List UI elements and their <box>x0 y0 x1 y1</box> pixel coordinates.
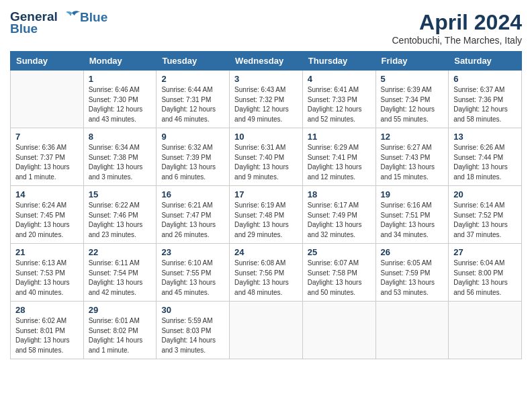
day-info: Sunrise: 6:01 AM Sunset: 8:02 PM Dayligh… <box>89 316 152 355</box>
calendar-cell: 2Sunrise: 6:44 AM Sunset: 7:31 PM Daylig… <box>157 71 230 128</box>
day-number: 23 <box>161 247 224 257</box>
day-info: Sunrise: 6:16 AM Sunset: 7:51 PM Dayligh… <box>381 201 444 240</box>
day-number: 18 <box>308 189 371 199</box>
day-info: Sunrise: 6:04 AM Sunset: 8:00 PM Dayligh… <box>453 259 517 298</box>
calendar-cell: 7Sunrise: 6:36 AM Sunset: 7:37 PM Daylig… <box>11 128 84 186</box>
day-number: 6 <box>453 74 517 84</box>
day-number: 16 <box>161 189 224 199</box>
day-info: Sunrise: 6:46 AM Sunset: 7:30 PM Dayligh… <box>89 85 152 124</box>
day-info: Sunrise: 6:31 AM Sunset: 7:40 PM Dayligh… <box>234 143 298 182</box>
day-number: 11 <box>308 132 371 142</box>
calendar-week-row: 28Sunrise: 6:02 AM Sunset: 8:01 PM Dayli… <box>11 302 522 359</box>
day-info: Sunrise: 6:44 AM Sunset: 7:31 PM Dayligh… <box>161 85 224 124</box>
calendar-cell: 3Sunrise: 6:43 AM Sunset: 7:32 PM Daylig… <box>230 71 303 128</box>
logo-text-line2: Blue <box>80 10 107 24</box>
calendar-cell: 5Sunrise: 6:39 AM Sunset: 7:34 PM Daylig… <box>375 71 449 128</box>
calendar-cell: 28Sunrise: 6:02 AM Sunset: 8:01 PM Dayli… <box>11 302 84 359</box>
day-info: Sunrise: 6:22 AM Sunset: 7:46 PM Dayligh… <box>89 201 152 240</box>
calendar-cell <box>230 302 303 359</box>
day-number: 28 <box>15 305 79 315</box>
day-info: Sunrise: 6:34 AM Sunset: 7:38 PM Dayligh… <box>89 143 152 182</box>
day-number: 21 <box>15 247 79 257</box>
day-number: 19 <box>381 189 444 199</box>
calendar-cell <box>11 71 84 128</box>
day-number: 1 <box>89 74 152 84</box>
day-number: 10 <box>234 132 298 142</box>
calendar-cell: 12Sunrise: 6:27 AM Sunset: 7:43 PM Dayli… <box>375 128 449 186</box>
day-number: 30 <box>161 305 224 315</box>
col-header-tuesday: Tuesday <box>157 52 230 71</box>
calendar-cell: 23Sunrise: 6:10 AM Sunset: 7:55 PM Dayli… <box>157 244 230 302</box>
calendar-cell: 20Sunrise: 6:14 AM Sunset: 7:52 PM Dayli… <box>449 186 522 244</box>
logo-blue: Blue <box>10 21 38 36</box>
calendar-cell: 9Sunrise: 6:32 AM Sunset: 7:39 PM Daylig… <box>157 128 230 186</box>
calendar-cell: 30Sunrise: 5:59 AM Sunset: 8:03 PM Dayli… <box>157 302 230 359</box>
col-header-saturday: Saturday <box>449 52 522 71</box>
calendar-cell: 16Sunrise: 6:21 AM Sunset: 7:47 PM Dayli… <box>157 186 230 244</box>
col-header-monday: Monday <box>83 52 157 71</box>
calendar-cell: 6Sunrise: 6:37 AM Sunset: 7:36 PM Daylig… <box>449 71 522 128</box>
day-number: 9 <box>161 132 224 142</box>
day-number: 26 <box>381 247 444 257</box>
day-info: Sunrise: 6:29 AM Sunset: 7:41 PM Dayligh… <box>308 143 371 182</box>
day-info: Sunrise: 6:10 AM Sunset: 7:55 PM Dayligh… <box>161 259 224 298</box>
calendar-cell <box>449 302 522 359</box>
day-info: Sunrise: 6:37 AM Sunset: 7:36 PM Dayligh… <box>453 85 517 124</box>
day-info: Sunrise: 6:14 AM Sunset: 7:52 PM Dayligh… <box>453 201 517 240</box>
calendar-cell: 27Sunrise: 6:04 AM Sunset: 8:00 PM Dayli… <box>449 244 522 302</box>
day-number: 5 <box>381 74 444 84</box>
calendar-cell: 26Sunrise: 6:05 AM Sunset: 7:59 PM Dayli… <box>375 244 449 302</box>
day-info: Sunrise: 6:43 AM Sunset: 7:32 PM Dayligh… <box>234 85 298 124</box>
day-info: Sunrise: 6:19 AM Sunset: 7:48 PM Dayligh… <box>234 201 298 240</box>
calendar-cell: 24Sunrise: 6:08 AM Sunset: 7:56 PM Dayli… <box>230 244 303 302</box>
day-number: 20 <box>453 189 517 199</box>
day-info: Sunrise: 6:36 AM Sunset: 7:37 PM Dayligh… <box>15 143 79 182</box>
calendar-cell: 10Sunrise: 6:31 AM Sunset: 7:40 PM Dayli… <box>230 128 303 186</box>
calendar-cell <box>375 302 449 359</box>
day-info: Sunrise: 6:39 AM Sunset: 7:34 PM Dayligh… <box>381 85 444 124</box>
calendar-week-row: 21Sunrise: 6:13 AM Sunset: 7:53 PM Dayli… <box>11 244 522 302</box>
day-number: 13 <box>453 132 517 142</box>
logo: General Blue Blue <box>10 10 107 35</box>
day-info: Sunrise: 6:41 AM Sunset: 7:33 PM Dayligh… <box>308 85 371 124</box>
day-info: Sunrise: 5:59 AM Sunset: 8:03 PM Dayligh… <box>161 316 224 355</box>
day-number: 22 <box>89 247 152 257</box>
page-title: April 2024 <box>392 10 522 35</box>
calendar-cell: 29Sunrise: 6:01 AM Sunset: 8:02 PM Dayli… <box>83 302 157 359</box>
logo-bird-icon <box>62 10 81 25</box>
day-number: 3 <box>234 74 298 84</box>
day-info: Sunrise: 6:21 AM Sunset: 7:47 PM Dayligh… <box>161 201 224 240</box>
day-info: Sunrise: 6:32 AM Sunset: 7:39 PM Dayligh… <box>161 143 224 182</box>
day-info: Sunrise: 6:02 AM Sunset: 8:01 PM Dayligh… <box>15 316 79 355</box>
day-number: 7 <box>15 132 79 142</box>
calendar-cell: 21Sunrise: 6:13 AM Sunset: 7:53 PM Dayli… <box>11 244 84 302</box>
col-header-wednesday: Wednesday <box>230 52 303 71</box>
col-header-sunday: Sunday <box>11 52 84 71</box>
calendar-cell: 11Sunrise: 6:29 AM Sunset: 7:41 PM Dayli… <box>302 128 375 186</box>
calendar-header-row: SundayMondayTuesdayWednesdayThursdayFrid… <box>11 52 522 71</box>
day-info: Sunrise: 6:05 AM Sunset: 7:59 PM Dayligh… <box>381 259 444 298</box>
day-number: 29 <box>89 305 152 315</box>
col-header-friday: Friday <box>375 52 449 71</box>
title-area: April 2024 Centobuchi, The Marches, Ital… <box>392 10 522 46</box>
day-number: 12 <box>381 132 444 142</box>
calendar-cell: 15Sunrise: 6:22 AM Sunset: 7:46 PM Dayli… <box>83 186 157 244</box>
day-number: 2 <box>161 74 224 84</box>
calendar-week-row: 1Sunrise: 6:46 AM Sunset: 7:30 PM Daylig… <box>11 71 522 128</box>
calendar-cell: 1Sunrise: 6:46 AM Sunset: 7:30 PM Daylig… <box>83 71 157 128</box>
calendar-week-row: 14Sunrise: 6:24 AM Sunset: 7:45 PM Dayli… <box>11 186 522 244</box>
calendar-week-row: 7Sunrise: 6:36 AM Sunset: 7:37 PM Daylig… <box>11 128 522 186</box>
day-info: Sunrise: 6:11 AM Sunset: 7:54 PM Dayligh… <box>89 259 152 298</box>
calendar-cell: 22Sunrise: 6:11 AM Sunset: 7:54 PM Dayli… <box>83 244 157 302</box>
day-number: 17 <box>234 189 298 199</box>
day-number: 24 <box>234 247 298 257</box>
calendar-cell: 25Sunrise: 6:07 AM Sunset: 7:58 PM Dayli… <box>302 244 375 302</box>
calendar-cell: 17Sunrise: 6:19 AM Sunset: 7:48 PM Dayli… <box>230 186 303 244</box>
col-header-thursday: Thursday <box>302 52 375 71</box>
calendar-cell: 4Sunrise: 6:41 AM Sunset: 7:33 PM Daylig… <box>302 71 375 128</box>
day-info: Sunrise: 6:26 AM Sunset: 7:44 PM Dayligh… <box>453 143 517 182</box>
day-number: 14 <box>15 189 79 199</box>
calendar-cell: 13Sunrise: 6:26 AM Sunset: 7:44 PM Dayli… <box>449 128 522 186</box>
calendar-cell: 8Sunrise: 6:34 AM Sunset: 7:38 PM Daylig… <box>83 128 157 186</box>
calendar-table: SundayMondayTuesdayWednesdayThursdayFrid… <box>10 51 522 359</box>
